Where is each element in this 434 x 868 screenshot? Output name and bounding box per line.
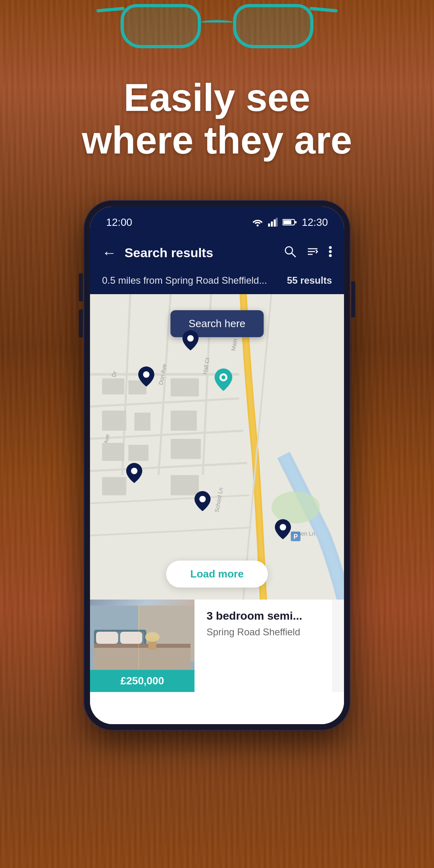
svg-rect-2 [271, 221, 273, 227]
property-title: 3 bedroom semi... [207, 610, 320, 622]
svg-rect-43 [102, 443, 124, 461]
price-badge: £250,000 [90, 670, 194, 692]
load-more-button[interactable]: Load more [166, 561, 268, 588]
map-background: Dixon Dr Don Ave Hall Ct Main Rd Don Ave… [90, 294, 344, 600]
hero-title: Easily see where they are [0, 76, 434, 161]
map-area[interactable]: Dixon Dr Don Ave Hall Ct Main Rd Don Ave… [90, 294, 344, 600]
back-button[interactable]: ← [102, 244, 117, 261]
signal-icon [268, 218, 278, 227]
svg-point-15 [329, 254, 332, 257]
time-right: 12:30 [302, 216, 328, 229]
svg-text:P: P [294, 533, 298, 540]
svg-point-34 [271, 491, 319, 523]
app-bar-actions [284, 245, 332, 261]
wifi-icon [252, 218, 263, 227]
svg-point-48 [143, 371, 149, 378]
svg-point-13 [329, 246, 332, 249]
svg-point-65 [145, 632, 160, 642]
svg-rect-6 [283, 220, 291, 224]
svg-rect-3 [274, 219, 276, 227]
svg-point-53 [199, 496, 206, 502]
svg-rect-4 [276, 218, 278, 227]
svg-rect-59 [96, 632, 118, 644]
svg-rect-45 [171, 439, 201, 459]
map-marker-4[interactable] [126, 463, 142, 483]
svg-rect-7 [295, 221, 297, 223]
svg-point-52 [131, 468, 137, 474]
app-bar: ← Search results [90, 235, 344, 271]
glasses-decoration [117, 0, 317, 56]
phone-screen: 12:00 [90, 207, 344, 724]
search-meta-bar: 0.5 miles from Spring Road Sheffield... … [90, 271, 344, 294]
phone-mockup: 12:00 [84, 201, 350, 730]
map-marker-current[interactable] [215, 368, 232, 391]
map-marker-1[interactable] [138, 366, 154, 387]
map-marker-5[interactable] [194, 491, 211, 511]
svg-point-0 [256, 225, 258, 227]
property-image: £250,000 [90, 600, 194, 692]
hero-section: Easily see where they are [0, 76, 434, 161]
svg-rect-37 [102, 378, 124, 394]
svg-rect-42 [171, 411, 197, 431]
svg-rect-39 [102, 411, 126, 431]
svg-rect-41 [171, 378, 199, 396]
phone-outer: 12:00 [84, 201, 350, 730]
svg-point-54 [280, 524, 286, 530]
property-listing[interactable]: £250,000 3 bedroom semi... Spring Road S… [90, 600, 344, 692]
property-info: 3 bedroom semi... Spring Road Sheffield [194, 600, 332, 692]
sort-button[interactable] [306, 245, 319, 261]
svg-line-9 [292, 253, 295, 257]
search-count: 55 results [287, 275, 332, 286]
svg-rect-46 [102, 477, 126, 495]
svg-point-49 [187, 335, 194, 342]
page-title: Search results [125, 246, 276, 260]
search-button[interactable] [284, 245, 297, 261]
svg-rect-40 [134, 413, 150, 431]
map-marker-6[interactable] [275, 519, 291, 539]
svg-rect-1 [268, 223, 270, 227]
status-bar: 12:00 [90, 207, 344, 235]
map-marker-2[interactable] [182, 330, 199, 350]
status-right-icons: 12:30 [252, 216, 328, 229]
svg-rect-44 [128, 445, 148, 461]
property-address: Spring Road Sheffield [207, 626, 320, 638]
more-button[interactable] [329, 245, 332, 261]
battery-icon [283, 219, 297, 226]
next-card-hint [332, 600, 344, 692]
svg-point-51 [221, 375, 225, 379]
bottom-area [90, 692, 344, 724]
svg-point-14 [329, 250, 332, 253]
svg-rect-62 [94, 644, 190, 648]
search-location: 0.5 miles from Spring Road Sheffield... [102, 275, 267, 286]
time-left: 12:00 [106, 216, 132, 229]
